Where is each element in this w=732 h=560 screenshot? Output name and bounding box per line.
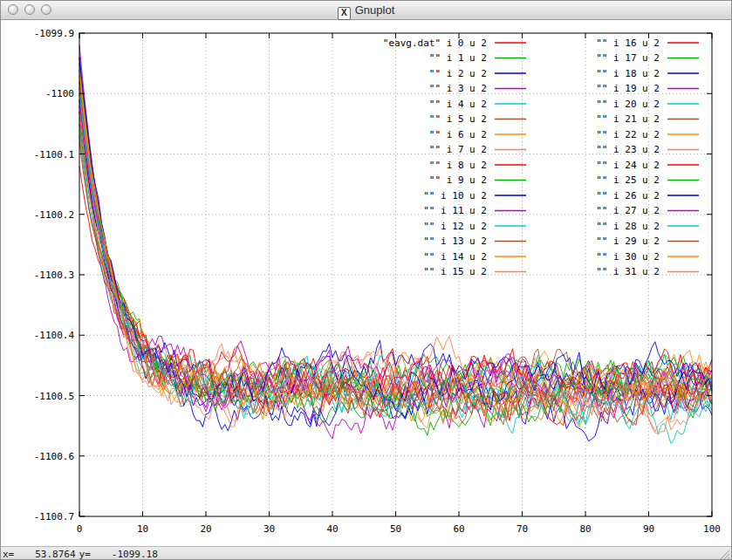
svg-text:30: 30 [263,523,275,535]
svg-text:"" i 16 u 2: "" i 16 u 2 [596,38,660,49]
svg-text:"" i 27 u 2: "" i 27 u 2 [596,205,660,216]
svg-text:-1100.7: -1100.7 [34,511,74,522]
x11-app-icon: X [338,7,351,20]
window-title-text: Gnuplot [355,3,395,17]
svg-text:"" i 6 u 2: "" i 6 u 2 [429,129,487,140]
svg-text:60: 60 [453,523,464,535]
svg-text:"" i 14 u 2: "" i 14 u 2 [423,251,487,263]
svg-text:"" i 21 u 2: "" i 21 u 2 [596,113,660,125]
cursor-x-value: 53.8764 [35,549,75,560]
svg-text:"" i 13 u 2: "" i 13 u 2 [423,236,487,247]
svg-text:"" i 25 u 2: "" i 25 u 2 [596,174,660,186]
svg-text:50: 50 [390,523,401,535]
title-bar[interactable]: XGnuplot [1,1,731,20]
svg-text:"" i 31 u 2: "" i 31 u 2 [596,266,660,277]
plot-area: 0102030405060708090100-1099.9-1100-1100.… [1,20,731,546]
svg-text:"" i 23 u 2: "" i 23 u 2 [596,144,660,155]
svg-text:"" i 18 u 2: "" i 18 u 2 [596,68,660,79]
svg-text:"" i 26 u 2: "" i 26 u 2 [596,190,660,201]
chart-canvas[interactable]: 0102030405060708090100-1099.9-1100-1100.… [1,20,732,546]
svg-text:-1100: -1100 [45,88,74,99]
svg-text:"" i 1 u 2: "" i 1 u 2 [429,52,487,64]
svg-text:"" i 19 u 2: "" i 19 u 2 [596,83,660,94]
svg-text:-1100.6: -1100.6 [34,451,74,462]
status-bar: x=53.8764y=-1099.18 [1,546,731,560]
svg-text:"" i 24 u 2: "" i 24 u 2 [596,160,660,171]
resize-grip-icon [719,550,730,560]
svg-text:-1100.5: -1100.5 [34,391,74,402]
svg-text:-1100.1: -1100.1 [34,149,74,160]
svg-text:-1100.4: -1100.4 [34,330,75,341]
cursor-x-label: x= [3,549,14,560]
svg-text:20: 20 [200,523,211,535]
svg-text:10: 10 [137,523,148,535]
svg-text:"" i 2 u 2: "" i 2 u 2 [429,68,487,79]
cursor-y-value: -1099.18 [112,549,158,560]
legend: "eavg.dat" i 0 u 2"" i 1 u 2"" i 2 u 2""… [383,38,699,278]
resize-grip[interactable] [719,550,730,560]
svg-text:"" i 10 u 2: "" i 10 u 2 [423,190,487,201]
svg-text:80: 80 [579,523,591,535]
svg-text:"" i 22 u 2: "" i 22 u 2 [596,129,660,140]
svg-text:-1099.9: -1099.9 [34,28,74,39]
svg-text:0: 0 [77,523,83,535]
svg-text:"" i 3 u 2: "" i 3 u 2 [429,83,487,94]
svg-text:"" i 12 u 2: "" i 12 u 2 [423,221,487,232]
gnuplot-window: XGnuplot 0102030405060708090100-1099.9-1… [0,0,732,560]
svg-text:"" i 30 u 2: "" i 30 u 2 [596,251,660,263]
svg-text:"" i 5 u 2: "" i 5 u 2 [429,113,487,125]
svg-text:40: 40 [326,523,338,535]
svg-text:100: 100 [703,523,721,535]
svg-text:"" i 28 u 2: "" i 28 u 2 [596,221,660,232]
svg-text:-1100.2: -1100.2 [34,209,74,221]
svg-text:70: 70 [517,523,528,535]
cursor-y-label: y= [79,549,91,560]
svg-text:-1100.3: -1100.3 [34,270,74,281]
svg-text:"" i 20 u 2: "" i 20 u 2 [596,99,660,110]
svg-text:"" i 29 u 2: "" i 29 u 2 [596,236,660,247]
svg-text:"" i 9 u 2: "" i 9 u 2 [429,174,487,186]
svg-text:90: 90 [643,523,654,535]
svg-text:"" i 11 u 2: "" i 11 u 2 [423,205,487,216]
svg-text:"eavg.dat" i 0 u 2: "eavg.dat" i 0 u 2 [383,38,487,49]
svg-text:"" i 7 u 2: "" i 7 u 2 [429,144,487,155]
svg-text:"" i 17 u 2: "" i 17 u 2 [596,52,660,64]
svg-text:"" i 4 u 2: "" i 4 u 2 [429,99,487,110]
svg-text:"" i 8 u 2: "" i 8 u 2 [429,160,487,171]
window-title: XGnuplot [1,1,731,19]
svg-text:"" i 15 u 2: "" i 15 u 2 [423,266,487,277]
